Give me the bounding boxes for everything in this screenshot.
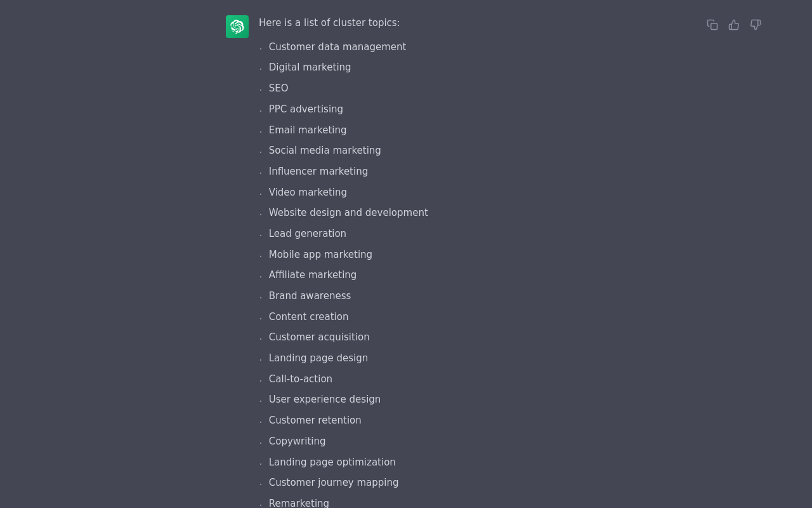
topic-text: Copywriting (269, 433, 326, 450)
list-item: ·Landing page optimization (259, 454, 704, 474)
bullet-icon: · (259, 247, 263, 266)
message-body: Here is a list of cluster topics: ·Custo… (259, 15, 704, 508)
bullet-icon: · (259, 351, 263, 370)
topic-text: Social media marketing (269, 142, 381, 159)
topic-text: PPC advertising (269, 101, 343, 117)
topic-text: SEO (269, 80, 289, 97)
bullet-icon: · (259, 39, 263, 58)
bullet-icon: · (259, 185, 263, 204)
topic-text: Customer retention (269, 412, 362, 429)
list-item: ·User experience design (259, 391, 704, 411)
bullet-icon: · (259, 81, 263, 100)
topic-text: Lead generation (269, 225, 346, 242)
assistant-message: Here is a list of cluster topics: ·Custo… (0, 0, 812, 508)
list-item: ·Copywriting (259, 433, 704, 453)
topic-text: Digital marketing (269, 59, 351, 76)
bullet-icon: · (259, 288, 263, 307)
topic-text: Mobile app marketing (269, 246, 372, 263)
bullet-icon: · (259, 226, 263, 245)
list-item: ·Brand awareness (259, 288, 704, 307)
topic-text: Call-to-action (269, 371, 332, 387)
chatgpt-avatar (226, 15, 249, 38)
bullet-icon: · (259, 102, 263, 121)
bullet-icon: · (259, 60, 263, 79)
topic-text: Customer acquisition (269, 329, 370, 345)
topic-text: Influencer marketing (269, 163, 368, 180)
bullet-icon: · (259, 413, 263, 432)
bullet-icon: · (259, 143, 263, 162)
list-item: ·Customer retention (259, 412, 704, 432)
list-item: ·Mobile app marketing (259, 246, 704, 266)
bullet-icon: · (259, 309, 263, 328)
bullet-icon: · (259, 371, 263, 391)
topic-text: Website design and development (269, 204, 428, 221)
bullet-icon: · (259, 392, 263, 411)
list-item: ·Content creation (259, 309, 704, 328)
thumbs-up-icon (728, 19, 740, 30)
copy-icon (707, 19, 718, 30)
bullet-icon: · (259, 267, 263, 286)
bullet-icon: · (259, 475, 263, 494)
list-item: ·Lead generation (259, 225, 704, 245)
topic-text: Brand awareness (269, 288, 351, 304)
topic-text: Landing page optimization (269, 454, 396, 471)
topic-text: Email marketing (269, 122, 347, 138)
list-item: ·Customer acquisition (259, 329, 704, 349)
thumbs-up-button[interactable] (726, 17, 742, 33)
list-item: ·Influencer marketing (259, 163, 704, 183)
message-actions (704, 15, 802, 33)
chatgpt-logo-icon (230, 20, 244, 34)
bullet-icon: · (259, 205, 263, 224)
list-item: ·Affiliate marketing (259, 267, 704, 286)
list-item: ·Video marketing (259, 184, 704, 204)
list-item: ·Customer data management (259, 39, 704, 58)
list-item: ·Social media marketing (259, 142, 704, 162)
topic-text: User experience design (269, 391, 381, 408)
topic-text: Affiliate marketing (269, 267, 357, 283)
list-item: ·Remarketing (259, 495, 704, 508)
topic-text: Landing page design (269, 350, 369, 366)
topic-text: Video marketing (269, 184, 347, 201)
thumbs-down-icon (750, 19, 761, 30)
list-item: ·Digital marketing (259, 59, 704, 79)
list-item: ·Customer journey mapping (259, 474, 704, 494)
topic-text: Content creation (269, 309, 349, 325)
list-item: ·PPC advertising (259, 101, 704, 121)
thumbs-down-button[interactable] (747, 17, 764, 33)
topic-text: Customer data management (269, 39, 407, 55)
list-item: ·SEO (259, 80, 704, 100)
topic-list: ·Customer data management·Digital market… (259, 39, 704, 508)
list-item: ·Landing page design (259, 350, 704, 370)
bullet-icon: · (259, 434, 263, 453)
copy-button[interactable] (704, 17, 721, 33)
list-item: ·Website design and development (259, 204, 704, 224)
bullet-icon: · (259, 455, 263, 474)
message-header-text: Here is a list of cluster topics: (259, 15, 704, 31)
bullet-icon: · (259, 330, 263, 349)
topic-text: Customer journey mapping (269, 474, 399, 491)
bullet-icon: · (259, 123, 263, 142)
svg-rect-0 (711, 23, 717, 30)
list-item: ·Email marketing (259, 122, 704, 142)
bullet-icon: · (259, 164, 263, 183)
list-item: ·Call-to-action (259, 371, 704, 391)
bullet-icon: · (259, 496, 263, 508)
topic-text: Remarketing (269, 495, 329, 508)
